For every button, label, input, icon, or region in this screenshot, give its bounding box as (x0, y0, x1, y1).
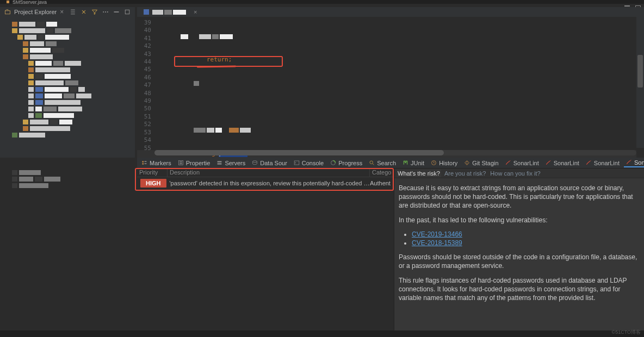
bottom-tab-history[interactable]: History (429, 160, 460, 166)
project-explorer: Project Explorer × (0, 7, 135, 158)
java-file-icon (144, 9, 149, 15)
bottom-tab-markers[interactable]: Markers (139, 160, 174, 166)
severity-badge: HIGH (140, 179, 166, 188)
rule-description: What's the risk? Are you at risk? How ca… (394, 168, 644, 330)
svg-point-22 (467, 163, 468, 164)
svg-point-21 (467, 161, 468, 163)
rule-content[interactable]: Because it is easy to extract strings fr… (394, 178, 644, 313)
java-file-icon (7, 1, 9, 3)
svg-point-3 (107, 11, 108, 13)
bottom-tab-progress[interactable]: Progress (328, 160, 364, 166)
svg-point-1 (103, 11, 104, 13)
svg-rect-9 (143, 163, 144, 164)
close-icon[interactable]: × (60, 8, 64, 16)
issue-row[interactable]: HIGH 'password' detected in this express… (137, 177, 394, 189)
svg-rect-10 (145, 163, 147, 164)
explorer-tabrow: Project Explorer × (0, 7, 135, 17)
editor-horizontal-scrollbar[interactable] (154, 150, 636, 155)
scrollbar-thumb[interactable] (637, 55, 643, 88)
bottom-tab-sonarlint[interactable]: SonarLint (584, 160, 622, 166)
bottom-tab-data-sour[interactable]: Data Sour (250, 160, 289, 166)
view-menu-icon[interactable] (102, 9, 109, 15)
rule-paragraph: Passwords should be stored outside of th… (399, 253, 640, 270)
svg-rect-6 (144, 9, 149, 15)
project-explorer-icon (4, 9, 11, 15)
rule-paragraph: This rule flags instances of hard-coded … (399, 276, 640, 303)
title-bar: SMSserver.java (0, 0, 644, 4)
col-priority: Priority (137, 168, 168, 177)
bottom-tab-search[interactable]: Search (367, 160, 398, 166)
issues-header: Priority Description Catego (137, 168, 394, 177)
svg-rect-13 (179, 163, 182, 164)
editor-tab[interactable]: × (140, 7, 200, 17)
bottom-tab-junit[interactable]: JUnit (400, 160, 426, 166)
return-keyword: return; (207, 56, 232, 64)
link-editor-icon[interactable] (81, 9, 87, 15)
svg-rect-4 (114, 11, 119, 13)
minimize-view-icon[interactable] (113, 9, 120, 15)
rule-subtabs: What's the risk? Are you at risk? How ca… (394, 168, 644, 178)
maximize-view-icon[interactable] (124, 9, 131, 15)
scrollbar-thumb[interactable] (154, 150, 444, 155)
explorer-tab-label: Project Explorer (14, 9, 57, 15)
col-category: Catego (370, 168, 394, 177)
bottom-tabstrip: MarkersPropertieServersData SourConsoleP… (137, 158, 644, 168)
svg-rect-7 (143, 161, 144, 162)
status-bar (0, 330, 644, 337)
file-name-hint: SMSserver.java (13, 0, 47, 5)
bottom-tab-servers[interactable]: Servers (214, 160, 247, 166)
svg-rect-15 (218, 163, 222, 164)
explorer-lower-blank (0, 158, 135, 330)
svg-rect-12 (179, 161, 182, 163)
issues-table[interactable]: Priority Description Catego HIGH 'passwo… (137, 168, 394, 330)
project-tree[interactable] (0, 17, 135, 158)
bottom-tab-sonarlint[interactable]: SonarLint× (624, 159, 644, 167)
explorer-toolbar (70, 9, 131, 15)
cve-list: CVE-2019-13466 CVE-2018-15389 (412, 230, 640, 247)
issue-description: 'password' detected in this expression, … (170, 180, 370, 186)
code-editor[interactable]: × 3940414243444546474849505152535455 ret… (137, 7, 644, 158)
watermark: ©51CTO博客 (612, 329, 641, 336)
bottom-tab-propertie[interactable]: Propertie (176, 160, 213, 166)
close-icon[interactable]: × (194, 9, 197, 15)
filter-icon[interactable] (91, 9, 98, 15)
svg-rect-5 (125, 10, 129, 14)
bottom-tab-sonarlint[interactable]: SonarLint (503, 160, 541, 166)
svg-rect-0 (5, 11, 10, 14)
editor-tabs: × (137, 7, 644, 17)
bottom-tab-console[interactable]: Console (292, 160, 326, 166)
svg-rect-8 (145, 161, 147, 162)
svg-point-19 (370, 161, 373, 164)
code-area[interactable]: return; String password = (); . try { 式 (154, 17, 636, 148)
rule-paragraph: Because it is easy to extract strings fr… (399, 184, 640, 210)
tab-are-you-at-risk[interactable]: Are you at risk? (443, 170, 487, 177)
bottom-tab-git-stagin[interactable]: Git Stagin (462, 160, 500, 166)
minimize-icon[interactable] (624, 5, 630, 7)
cve-link[interactable]: CVE-2018-15389 (412, 239, 462, 247)
svg-point-16 (253, 161, 257, 163)
tab-how-fix[interactable]: How can you fix it? (489, 170, 541, 177)
tab-whats-the-risk[interactable]: What's the risk? (397, 170, 441, 177)
svg-rect-17 (294, 161, 299, 165)
bottom-panel: MarkersPropertieServersData SourConsoleP… (137, 158, 644, 330)
collapse-all-icon[interactable] (70, 9, 76, 15)
editor-vertical-scrollbar[interactable] (636, 17, 644, 148)
svg-rect-14 (218, 161, 222, 162)
line-gutter: 3940414243444546474849505152535455 (137, 17, 154, 148)
rule-paragraph: In the past, it has led to the following… (399, 216, 640, 224)
cve-link[interactable]: CVE-2019-13466 (412, 230, 462, 238)
svg-point-2 (105, 11, 106, 13)
col-description: Description (168, 168, 370, 177)
issue-category: Authent (370, 180, 394, 186)
bottom-tab-sonarlint[interactable]: SonarLint (543, 160, 581, 166)
svg-rect-11 (178, 161, 183, 165)
